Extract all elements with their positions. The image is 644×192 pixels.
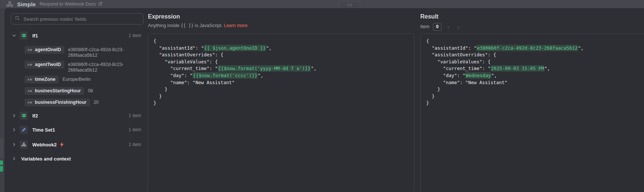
drag-handle-bar bbox=[347, 3, 348, 7]
code-line: "day": "{{$now.format('cccc')}}", bbox=[153, 72, 414, 79]
field-name: agentTwoID bbox=[35, 62, 61, 67]
field-pill[interactable]: AB agentTwoID bbox=[25, 61, 64, 69]
learn-more-link[interactable]: Learn more bbox=[224, 23, 247, 28]
field-row-timezone: AB timeZone Europe/Berlin bbox=[25, 76, 91, 83]
panel-drag-handle[interactable] bbox=[339, 1, 360, 8]
pinned-data-lightning-icon bbox=[60, 142, 64, 147]
code-line: } bbox=[426, 86, 644, 93]
set-node-pencil-icon bbox=[20, 126, 28, 134]
chevron-right-icon[interactable] bbox=[12, 127, 17, 132]
code-line: } bbox=[153, 86, 414, 93]
code-line: "day": "Wednesday", bbox=[426, 72, 644, 79]
item-index-input[interactable]: 0 bbox=[433, 23, 441, 31]
tree-node-if1[interactable]: If1 1 item bbox=[9, 32, 141, 40]
docs-link[interactable]: Respond to Webhook Docs bbox=[39, 1, 103, 7]
code-line: "assistantOverrides": { bbox=[426, 52, 644, 59]
code-line: "assistantId": "{{ $json.agentOneID }}", bbox=[153, 45, 414, 52]
expression-panel-title: Expression bbox=[148, 13, 180, 20]
webhook-node-logo-icon bbox=[6, 0, 13, 8]
field-name: agentOneID bbox=[35, 47, 61, 52]
code-line: } bbox=[426, 100, 644, 107]
field-name: businessFinishingHour bbox=[35, 100, 87, 105]
chevron-right-icon[interactable] bbox=[12, 156, 17, 161]
string-type-icon: AB bbox=[27, 78, 32, 81]
field-row-businessfinishinghour: AB businessFinishingHour 20 bbox=[25, 99, 99, 106]
code-line: { bbox=[153, 38, 414, 45]
code-line: "current_time": "{{$now.format('yyyy-MM-… bbox=[153, 65, 414, 72]
chevron-down-icon[interactable] bbox=[12, 33, 17, 38]
node-label: Webhook2 bbox=[32, 142, 57, 148]
node-label: Time Set1 bbox=[32, 127, 55, 133]
node-title: Simple bbox=[17, 1, 36, 7]
search-input[interactable] bbox=[23, 16, 139, 22]
chevron-right-icon[interactable] bbox=[12, 113, 17, 118]
external-link-icon bbox=[98, 1, 103, 7]
search-icon bbox=[15, 16, 20, 22]
canvas-node-fragment bbox=[0, 138, 3, 158]
string-type-icon: AB bbox=[27, 48, 32, 52]
field-value: 08 bbox=[88, 88, 93, 94]
string-type-icon: AB bbox=[27, 63, 32, 66]
code-line: "name": "New Assistant" bbox=[153, 79, 414, 86]
node-label: Variables and context bbox=[21, 156, 71, 162]
field-name: timeZone bbox=[35, 77, 56, 82]
code-line: "current_time": "2025-09-03 15:05 PM", bbox=[426, 65, 644, 72]
subtitle-braces: {{ }} bbox=[181, 23, 194, 28]
webhook-node-icon bbox=[20, 140, 28, 149]
field-row-businesstartinghour: AB businesStartingHour 08 bbox=[25, 87, 93, 95]
field-pill[interactable]: AB timeZone bbox=[25, 76, 59, 83]
field-row-agenttwoid: AB agentTwoID e380860f-c2ca-492d-8c23-26… bbox=[25, 61, 133, 73]
chevron-right-icon[interactable] bbox=[12, 142, 17, 147]
tree-node-if2[interactable]: If2 1 item bbox=[9, 112, 141, 120]
tree-node-variables-context[interactable]: Variables and context bbox=[9, 155, 141, 163]
field-value: 20 bbox=[94, 100, 99, 105]
item-count: 1 item bbox=[129, 113, 141, 118]
subtitle-text: is JavaScript. bbox=[194, 23, 223, 28]
top-bar: Simple Respond to Webhook Docs bbox=[0, 0, 644, 8]
item-count: 1 item bbox=[129, 142, 141, 147]
field-row-agentoneid: AB agentOneID e380860f-c2ca-492d-8c23-26… bbox=[25, 46, 133, 58]
expression-subtitle: Anything inside {{ }} is JavaScript. Lea… bbox=[148, 23, 247, 28]
field-pill[interactable]: AB businesStartingHour bbox=[25, 87, 84, 95]
item-label: Item bbox=[420, 24, 429, 29]
next-item-icon[interactable]: › bbox=[455, 24, 462, 30]
search-box bbox=[11, 13, 143, 24]
code-line: "assistantOverrides": { bbox=[153, 52, 414, 59]
code-line: "assistantId": "e380860f-c2ca-492d-8c23-… bbox=[426, 45, 644, 52]
field-pill[interactable]: AB businessFinishingHour bbox=[25, 99, 90, 106]
string-type-icon: AB bbox=[27, 101, 32, 104]
field-value: e380860f-c2ca-492d-8c23-268faaca5b12 bbox=[68, 62, 133, 73]
expression-editor[interactable]: { "assistantId": "{{ $json.agentOneID }}… bbox=[148, 33, 414, 192]
code-line: } bbox=[153, 100, 414, 107]
code-line: { bbox=[426, 38, 644, 45]
tree-node-webhook2[interactable]: Webhook2 1 item bbox=[9, 140, 141, 149]
tree-node-time-set1[interactable]: Time Set1 1 item bbox=[9, 126, 141, 134]
drag-handle-bar bbox=[351, 3, 352, 7]
result-output: { "assistantId": "e380860f-c2ca-492d-8c2… bbox=[420, 33, 644, 192]
code-line: } bbox=[153, 93, 414, 100]
item-count: 1 item bbox=[129, 127, 141, 132]
node-label: If1 bbox=[32, 33, 38, 39]
result-item-controls: Item 0 ‹ › bbox=[420, 23, 462, 31]
drag-handle-bar bbox=[349, 3, 350, 7]
code-line: "name": "New Assistant" bbox=[426, 79, 644, 86]
if-node-icon bbox=[20, 32, 28, 40]
canvas-if-node-fragment bbox=[0, 160, 3, 172]
item-count: 1 item bbox=[129, 33, 141, 38]
node-label: If2 bbox=[32, 113, 38, 119]
string-type-icon: AB bbox=[27, 89, 32, 93]
previous-item-icon[interactable]: ‹ bbox=[445, 24, 452, 30]
field-value: Europe/Berlin bbox=[62, 77, 91, 82]
field-name: businesStartingHour bbox=[35, 88, 81, 93]
code-line: } bbox=[426, 93, 644, 100]
field-pill[interactable]: AB agentOneID bbox=[25, 46, 64, 54]
subtitle-text: Anything inside bbox=[148, 23, 181, 28]
code-line: "variableValues": { bbox=[426, 59, 644, 66]
result-panel-title: Result bbox=[420, 13, 438, 20]
docs-link-label: Respond to Webhook Docs bbox=[39, 1, 96, 7]
if-node-icon bbox=[20, 112, 28, 120]
workflow-canvas-strip bbox=[0, 8, 4, 192]
field-value: e380860f-c2ca-492d-8c23-268faaca5b12 bbox=[68, 47, 133, 58]
code-line: "variableValues": { bbox=[153, 59, 414, 66]
